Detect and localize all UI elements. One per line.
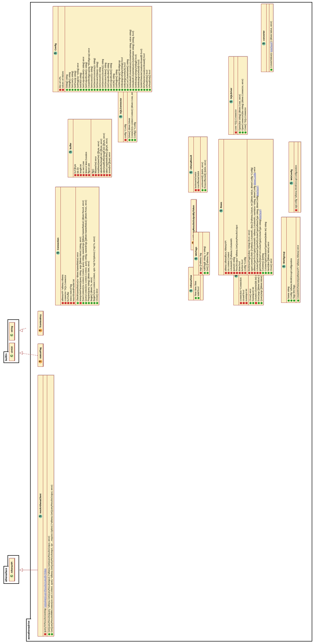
member-row: Name string xyxy=(287,217,290,303)
member-text: done bool xyxy=(238,261,241,271)
uml-mockAthenaClient: SmockAthenaClientqueryToResultsGenMap [s… xyxy=(38,375,54,636)
public-icon xyxy=(99,89,101,91)
member-row: SetUser(u string) xyxy=(71,7,74,92)
private-icon xyxy=(245,302,247,304)
methods: CreateWGRemotely(athenaAPI *athena.Athen… xyxy=(296,217,300,303)
public-icon xyxy=(146,89,148,91)
member-row: buf buffer xyxy=(67,187,70,305)
member-text: ExecContext(ctx context.Context, query s… xyxy=(82,200,85,302)
fields: dsn url.URLvalues url.Values xyxy=(58,7,65,92)
member-text: Next(dest []driver.Value) error xyxy=(267,242,270,271)
member-text: lastInsertId int64 xyxy=(194,172,197,188)
member-row: IsReadOnly() bool xyxy=(146,7,148,92)
member-row: Config *athena.WorkGroupConfiguration xyxy=(290,217,293,303)
public-icon xyxy=(202,189,204,191)
member-text: GetSecretAccessKey() string xyxy=(101,59,104,88)
class-name: TcontextKey xyxy=(39,314,42,328)
member-row: maxAllowedPacket int xyxy=(72,187,75,305)
member-row: SetMaskedColumnValue(columnName string, … xyxy=(129,7,132,92)
member-row: lastInsertId int64 xyxy=(194,137,197,192)
kind-icon: C xyxy=(10,333,14,337)
private-icon xyxy=(235,131,237,133)
member-text: athenaTypeToGoType(columnInfo *athena.Co… xyxy=(253,167,256,271)
public-icon xyxy=(82,302,84,304)
member-text: getDefaultValueForColumnType(columnType … xyxy=(259,209,262,271)
fields xyxy=(267,4,269,72)
member-text: Close() error xyxy=(270,258,273,271)
private-icon xyxy=(95,174,97,176)
member-text: buf buffer xyxy=(67,292,70,301)
public-icon xyxy=(51,633,53,635)
member-row: Stringify() string xyxy=(68,7,71,92)
member-text: dsn url.URL xyxy=(59,76,61,88)
member-row: SetMissingAsEmptyString(b bool) xyxy=(135,7,137,92)
member-text: rowAffected int64 xyxy=(197,171,200,188)
member-row: athena athenaiface.AthenaAPI xyxy=(224,139,227,275)
private-icon xyxy=(225,272,227,274)
member-text: readNext(need int) ([]byte, error) xyxy=(97,141,100,173)
public-icon xyxy=(113,89,115,91)
public-icon xyxy=(270,69,272,71)
class-name: WGTags xyxy=(195,247,197,256)
fields: conn *SQLConnector xyxy=(234,57,238,134)
member-row: IsMissingAsDefault() bool xyxy=(123,7,126,92)
member-row: flipcnt uint xyxy=(88,119,90,177)
kind-icon: S xyxy=(229,100,233,103)
public-icon xyxy=(83,89,85,91)
member-text: values url.Values xyxy=(61,71,64,88)
kind-icon: S xyxy=(282,265,286,268)
member-text: SetDB(d string) xyxy=(79,73,82,88)
member-row: config *Config xyxy=(244,139,246,275)
member-row: ConvertValue(v interface{}) (driver.Valu… xyxy=(270,4,273,72)
member-row: ResultOutput *athena.GetQueryResultsOutp… xyxy=(235,139,238,275)
member-text: CheckNamedValue(nv *driver.NamedValue) e… xyxy=(76,252,79,301)
member-text: takeCompleteBuffer() ([]byte, error) xyxy=(105,138,108,173)
public-icon xyxy=(293,300,295,302)
public-icon xyxy=(69,89,71,91)
member-text: RowsAffected() (int64, error) xyxy=(204,160,207,188)
member-text: status statusFlag xyxy=(70,284,72,301)
public-icon xyxy=(131,139,133,141)
member-row: queryToResultsGenMap [string]getQueryRes… xyxy=(44,375,46,636)
class-name: Rows xyxy=(220,202,222,208)
member-text: SetOutputBucket(o string) xyxy=(85,62,88,88)
private-icon xyxy=(62,89,64,91)
public-icon xyxy=(261,302,263,304)
fields: Name stringConfig *athena.WorkGroupConfi… xyxy=(287,217,296,303)
member-row: AddTag(k string, v string) xyxy=(203,232,206,275)
member-text: timeout time.Duration xyxy=(85,152,88,173)
member-text: CreateWorkgroup(wg *Workgroup) error xyxy=(88,48,90,88)
uml-title: Sconverter xyxy=(261,4,267,72)
member-row: takeCompleteBuffer() ([]byte, error) xyxy=(105,119,108,177)
member-text: flipcnt uint xyxy=(88,163,90,173)
public-icon xyxy=(88,302,90,304)
private-icon xyxy=(236,272,238,274)
methods: Open(dsn string) (driver.Conn, error)Ope… xyxy=(238,57,247,134)
member-text: SetSessionToken(o string) xyxy=(96,62,99,88)
member-text: columnTypeDatabaseTypeRef(columnType)ath… xyxy=(256,186,259,271)
fields: athenaAPI *athena.Athenaconnector *SQLCo… xyxy=(61,187,76,305)
member-row: Next(dest []driver.Value) error xyxy=(267,139,270,275)
member-row: queryID string xyxy=(233,139,235,275)
class-name: buffer xyxy=(69,143,72,149)
public-icon xyxy=(107,89,109,91)
private-icon xyxy=(244,272,246,274)
member-text: GetRegion() string xyxy=(115,69,118,88)
methods: GetQueryResults(query *athena.GetQueryRe… xyxy=(47,375,54,636)
public-icon xyxy=(77,302,79,304)
kind-icon: T xyxy=(39,360,42,363)
public-icon xyxy=(130,89,132,91)
member-text: IsReadOnly() bool xyxy=(148,70,151,88)
member-text: LastInsertId() (int64, error) xyxy=(201,162,204,188)
public-icon xyxy=(134,139,136,141)
uml-statusFlag: TstatusFlag xyxy=(38,344,43,367)
member-row: CreateWorkgroup(wg *Workgroup) error xyxy=(88,7,90,92)
member-row: ExecContext(ctx context.Context, query s… xyxy=(82,187,85,305)
member-text: Connect(ctx context.Context) (driver.Con… xyxy=(131,89,134,138)
member-text: GetOutputBucket() string xyxy=(110,63,112,88)
public-icon xyxy=(91,89,93,91)
kind-icon: S xyxy=(189,289,193,293)
svg-marker-3 xyxy=(20,351,23,354)
member-row: idx int xyxy=(77,119,79,177)
member-row: Tags WGTags xyxy=(293,217,295,303)
